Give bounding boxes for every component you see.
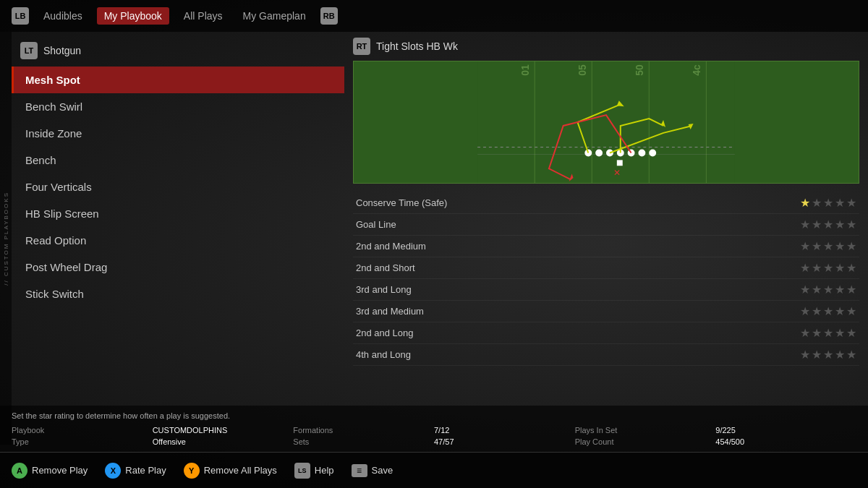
rb-button[interactable]: RB xyxy=(320,7,338,25)
star-2-3[interactable]: ★ xyxy=(823,239,833,253)
star-2-4[interactable]: ★ xyxy=(835,239,845,253)
star-1-1[interactable]: ★ xyxy=(800,218,810,231)
situation-5: 3rd and Medium xyxy=(356,306,424,317)
star-0-2[interactable]: ★ xyxy=(812,196,822,210)
star-4-5[interactable]: ★ xyxy=(846,283,856,296)
main-container: LB Audibles My Playbook All Plays My Gam… xyxy=(0,0,868,488)
star-2-1[interactable]: ★ xyxy=(800,239,810,253)
rating-row-1: Goal Line ★ ★ ★ ★ ★ xyxy=(353,214,859,236)
star-7-5[interactable]: ★ xyxy=(846,348,856,361)
star-6-1[interactable]: ★ xyxy=(800,326,810,340)
lt-button[interactable]: LT xyxy=(20,42,38,59)
star-3-3[interactable]: ★ xyxy=(823,261,833,275)
formation-title-right: RT Tight Slots HB Wk xyxy=(353,38,859,55)
stars-0[interactable]: ★ ★ ★ ★ ★ xyxy=(800,196,856,210)
svg-point-13 xyxy=(606,150,613,157)
star-5-2[interactable]: ★ xyxy=(812,304,822,318)
stars-3[interactable]: ★ ★ ★ ★ ★ xyxy=(800,261,856,275)
svg-text:✕: ✕ xyxy=(613,168,621,178)
stars-1[interactable]: ★ ★ ★ ★ ★ xyxy=(800,218,856,231)
rate-play-label: Rate Play xyxy=(125,465,166,476)
star-7-1[interactable]: ★ xyxy=(800,348,810,361)
star-3-5[interactable]: ★ xyxy=(846,261,856,275)
star-0-5[interactable]: ★ xyxy=(846,196,856,210)
svg-text:4c: 4c xyxy=(691,64,702,76)
star-4-4[interactable]: ★ xyxy=(835,283,845,296)
star-7-4[interactable]: ★ xyxy=(835,348,845,361)
play-item-7[interactable]: Post Wheel Drag xyxy=(12,254,344,281)
star-5-5[interactable]: ★ xyxy=(846,304,856,318)
tab-my-playbook[interactable]: My Playbook xyxy=(97,7,169,25)
star-1-2[interactable]: ★ xyxy=(812,218,822,231)
rating-row-6: 2nd and Long ★ ★ ★ ★ ★ xyxy=(353,322,859,344)
tab-all-plays[interactable]: All Plays xyxy=(178,7,229,25)
situation-6: 2nd and Long xyxy=(356,328,414,338)
tab-my-gameplan[interactable]: My Gameplan xyxy=(237,7,312,25)
action-remove-play[interactable]: A Remove Play xyxy=(12,463,88,479)
star-4-3[interactable]: ★ xyxy=(823,283,833,296)
star-0-4[interactable]: ★ xyxy=(835,196,845,210)
star-7-3[interactable]: ★ xyxy=(823,348,833,361)
sets-label: Sets xyxy=(293,437,434,446)
rating-row-4: 3rd and Long ★ ★ ★ ★ ★ xyxy=(353,279,859,301)
svg-text:01: 01 xyxy=(519,64,531,76)
y-button: Y xyxy=(184,463,200,479)
stars-2[interactable]: ★ ★ ★ ★ ★ xyxy=(800,239,856,253)
action-remove-all[interactable]: Y Remove All Plays xyxy=(184,463,277,479)
lb-button[interactable]: LB xyxy=(12,7,29,25)
play-item-6[interactable]: Read Option xyxy=(12,227,344,254)
rt-button[interactable]: RT xyxy=(353,38,370,55)
star-1-3[interactable]: ★ xyxy=(823,218,833,231)
play-item-3[interactable]: Bench xyxy=(12,147,344,174)
play-count-label: Play Count xyxy=(575,437,716,446)
star-2-5[interactable]: ★ xyxy=(846,239,856,253)
star-1-4[interactable]: ★ xyxy=(835,218,845,231)
star-4-1[interactable]: ★ xyxy=(800,283,810,296)
star-6-5[interactable]: ★ xyxy=(846,326,856,340)
remove-play-label: Remove Play xyxy=(32,465,88,476)
tab-audibles[interactable]: Audibles xyxy=(38,7,88,25)
star-3-4[interactable]: ★ xyxy=(835,261,845,275)
play-item-0[interactable]: Mesh Spot xyxy=(12,67,344,93)
star-6-2[interactable]: ★ xyxy=(812,326,822,340)
sets-value: 47/57 xyxy=(434,437,575,446)
remove-all-label: Remove All Plays xyxy=(204,465,277,476)
play-item-2[interactable]: Inside Zone xyxy=(12,120,344,147)
stars-7[interactable]: ★ ★ ★ ★ ★ xyxy=(800,348,856,361)
ratings-section: Conserve Time (Safe) ★ ★ ★ ★ ★ Goal Line… xyxy=(353,192,859,366)
star-6-3[interactable]: ★ xyxy=(823,326,833,340)
sidebar-label: // CUSTOM PLAYBOOKS xyxy=(0,32,12,445)
play-item-5[interactable]: HB Slip Screen xyxy=(12,200,344,227)
play-item-8[interactable]: Stick Switch xyxy=(12,281,344,307)
type-value: Offensive xyxy=(153,437,294,446)
situation-7: 4th and Long xyxy=(356,349,411,360)
info-hint: Set the star rating to determine how oft… xyxy=(12,411,856,420)
help-label: Help xyxy=(315,465,334,476)
action-rate-play[interactable]: X Rate Play xyxy=(105,463,166,479)
star-3-1[interactable]: ★ xyxy=(800,261,810,275)
rating-row-5: 3rd and Medium ★ ★ ★ ★ ★ xyxy=(353,301,859,322)
formation-name-left: Shotgun xyxy=(43,45,81,56)
svg-text:50: 50 xyxy=(634,64,645,76)
star-1-5[interactable]: ★ xyxy=(846,218,856,231)
star-6-4[interactable]: ★ xyxy=(835,326,845,340)
stars-4[interactable]: ★ ★ ★ ★ ★ xyxy=(800,283,856,296)
star-0-1[interactable]: ★ xyxy=(800,196,810,210)
stars-5[interactable]: ★ ★ ★ ★ ★ xyxy=(800,304,856,318)
action-help[interactable]: LS Help xyxy=(294,463,334,479)
star-5-4[interactable]: ★ xyxy=(835,304,845,318)
star-5-1[interactable]: ★ xyxy=(800,304,810,318)
star-0-3[interactable]: ★ xyxy=(823,196,833,210)
play-item-1[interactable]: Bench Swirl xyxy=(12,93,344,120)
ls-button: LS xyxy=(294,463,310,479)
star-7-2[interactable]: ★ xyxy=(812,348,822,361)
star-4-2[interactable]: ★ xyxy=(812,283,822,296)
action-save[interactable]: ≡ Save xyxy=(352,464,393,477)
star-5-3[interactable]: ★ xyxy=(823,304,833,318)
info-grid: Playbook CUSTOMDOLPHINS Formations 7/12 … xyxy=(12,426,856,446)
star-2-2[interactable]: ★ xyxy=(812,239,822,253)
play-item-4[interactable]: Four Verticals xyxy=(12,174,344,200)
svg-point-12 xyxy=(595,150,603,157)
star-3-2[interactable]: ★ xyxy=(812,261,822,275)
stars-6[interactable]: ★ ★ ★ ★ ★ xyxy=(800,326,856,340)
